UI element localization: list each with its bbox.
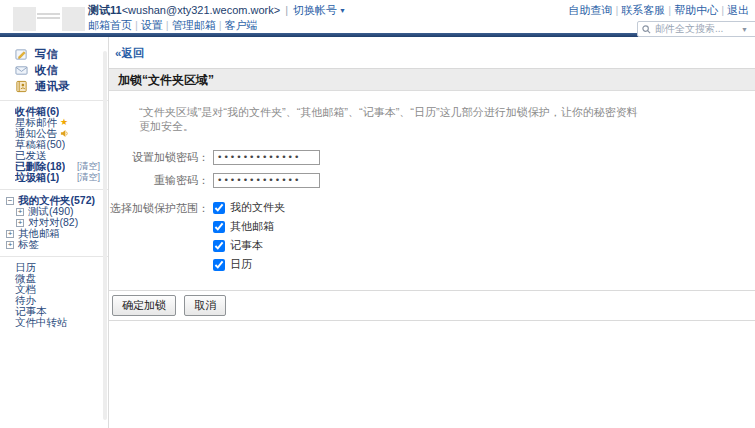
folder-list: 收件箱(6) 星标邮件 ★ 通知公告 草稿箱(50) 已发送 [0, 106, 108, 183]
sidebar-item-announcements[interactable]: 通知公告 [15, 128, 108, 139]
sidebar-item-receive[interactable]: 收信 [0, 62, 108, 78]
tree-item-tags[interactable]: 标签 [6, 239, 108, 250]
header-nav: 邮箱首页|设置|管理邮箱|客户端 [88, 19, 346, 32]
cancel-button[interactable]: 取消 [184, 295, 226, 316]
sidebar-item-inbox[interactable]: 收件箱(6) [15, 106, 108, 117]
switch-account-link[interactable]: 切换帐号 [293, 4, 337, 16]
sidebar-item-deleted[interactable]: 已删除(18) [清空] [15, 161, 108, 172]
sidebar-item-spam[interactable]: 垃圾箱(1) [清空] [15, 172, 108, 183]
description-text: “文件夹区域”是对“我的文件夹”、“其他邮箱”、“记事本”、“日历”这几部分进行… [139, 105, 639, 133]
nav-settings[interactable]: 设置 [141, 19, 163, 31]
main-content: «返回 加锁“文件夹区域” “文件夹区域”是对“我的文件夹”、“其他邮箱”、“记… [109, 37, 755, 428]
scope-label: 选择加锁保护范围： [109, 200, 209, 276]
sidebar-item-contacts[interactable]: 通讯录 [0, 78, 108, 94]
back-link[interactable]: «返回 [115, 47, 144, 59]
nav-mail-home[interactable]: 邮箱首页 [88, 19, 132, 31]
search-scope-dropdown-icon[interactable]: ▼ [741, 26, 748, 33]
scope-calendar-checkbox[interactable] [213, 259, 225, 271]
scope-calendar[interactable]: 日历 [213, 257, 285, 272]
scope-other-mailboxes[interactable]: 其他邮箱 [213, 219, 285, 234]
brand-logo-text [37, 11, 60, 21]
scope-my-folders-checkbox[interactable] [213, 202, 225, 214]
app-list: 日历 微盘 文档 待办 记事本 文件中转站 [0, 262, 108, 328]
scope-other-mailboxes-checkbox[interactable] [213, 221, 225, 233]
receive-label: 收信 [35, 63, 58, 78]
collapse-icon[interactable] [6, 197, 14, 205]
confirm-password-label: 重输密码： [109, 172, 209, 188]
password-field[interactable] [213, 150, 320, 165]
account-name: 测试11 [88, 4, 122, 16]
sidebar-item-starred[interactable]: 星标邮件 ★ [15, 117, 108, 128]
speaker-icon [60, 129, 69, 138]
brand-logo [13, 7, 36, 31]
envelope-icon [15, 64, 28, 77]
confirm-password-field[interactable] [213, 173, 320, 188]
sidebar: 写信 收信 通讯录 收件箱(6) 星标邮件 ★ [0, 37, 109, 428]
quick-links: 自助查询|联系客服|帮助中心|退出 [568, 3, 749, 18]
expand-icon[interactable] [6, 241, 14, 249]
sidebar-item-sent[interactable]: 已发送 [15, 150, 108, 161]
self-service-link[interactable]: 自助查询 [568, 4, 612, 16]
sidebar-item-compose[interactable]: 写信 [0, 46, 108, 62]
address-book-icon [15, 80, 28, 93]
search-icon [642, 25, 651, 34]
password-label: 设置加锁密码： [109, 149, 209, 165]
nav-client[interactable]: 客户端 [225, 19, 258, 31]
top-header: 测试11<wushan@xty321.wecom.work>|切换帐号▼ 邮箱首… [0, 0, 755, 33]
chevron-down-icon: ▼ [339, 7, 346, 14]
pencil-icon [15, 48, 28, 61]
expand-icon[interactable] [16, 219, 24, 227]
scope-notes-checkbox[interactable] [213, 240, 225, 252]
sidebar-divider [0, 256, 108, 257]
search-input[interactable]: 邮件全文搜索... ▼ [637, 21, 755, 37]
help-center-link[interactable]: 帮助中心 [674, 4, 718, 16]
star-icon: ★ [60, 117, 68, 128]
sidebar-scrollbar[interactable] [103, 51, 107, 420]
scope-list: 我的文件夹 其他邮箱 记事本 日历 [213, 200, 285, 276]
scope-my-folders[interactable]: 我的文件夹 [213, 200, 285, 215]
account-info: 测试11<wushan@xty321.wecom.work>|切换帐号▼ [88, 4, 346, 17]
sidebar-item-file-transfer[interactable]: 文件中转站 [15, 317, 108, 328]
sidebar-item-drafts[interactable]: 草稿箱(50) [15, 139, 108, 150]
button-bar: 确定加锁 取消 [109, 290, 755, 321]
account-email: <wushan@xty321.wecom.work> [122, 4, 281, 16]
expand-icon[interactable] [6, 230, 14, 238]
page-title: 加锁“文件夹区域” [109, 68, 755, 91]
account-block: 测试11<wushan@xty321.wecom.work>|切换帐号▼ 邮箱首… [88, 4, 346, 32]
folder-tree: 我的文件夹(572) 测试(490) 对对对(82) 其他邮箱 标签 [0, 195, 108, 250]
empty-deleted-link[interactable]: [清空] [77, 161, 100, 172]
contacts-label: 通讯录 [35, 79, 70, 94]
empty-spam-link[interactable]: [清空] [77, 172, 100, 183]
secondary-logo [62, 7, 85, 31]
expand-icon[interactable] [16, 208, 24, 216]
lock-form: 设置加锁密码： 重输密码： 选择加锁保护范围： 我的文件夹 [109, 149, 755, 276]
search-placeholder: 邮件全文搜索... [655, 22, 741, 36]
nav-manage-mailbox[interactable]: 管理邮箱 [172, 19, 216, 31]
compose-label: 写信 [35, 47, 58, 62]
sidebar-divider [0, 189, 108, 190]
scope-notes[interactable]: 记事本 [213, 238, 285, 253]
contact-support-link[interactable]: 联系客服 [621, 4, 665, 16]
logout-link[interactable]: 退出 [727, 4, 749, 16]
confirm-lock-button[interactable]: 确定加锁 [112, 295, 176, 316]
sidebar-divider [0, 100, 108, 101]
